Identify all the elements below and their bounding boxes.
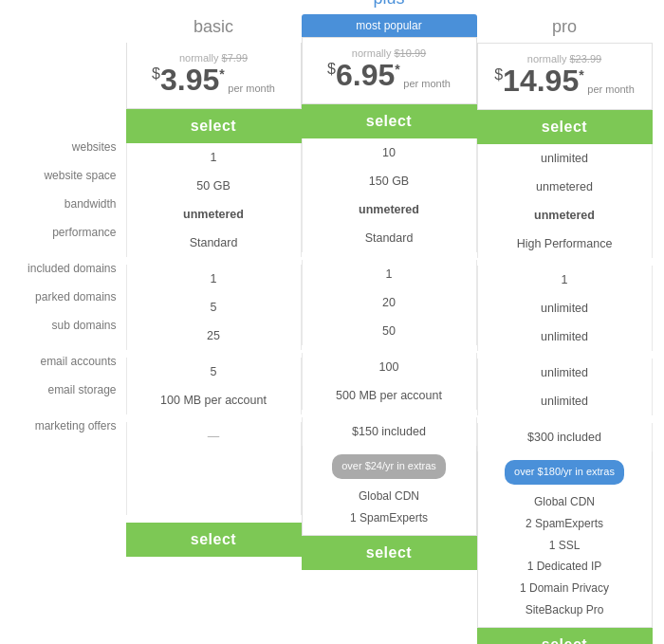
plus-select-bottom-button[interactable]: select bbox=[302, 536, 477, 570]
plus-extras-section: over $24/yr in extras Global CDN 1 SpamE… bbox=[302, 446, 477, 535]
plus-extra-item-2: 1 SpamExperts bbox=[310, 507, 469, 529]
label-website-space: website space bbox=[12, 161, 126, 190]
basic-select-top-button[interactable]: select bbox=[126, 109, 302, 143]
plan-pro: pro normally $23.99 $14.95* per month se… bbox=[477, 9, 653, 644]
label-sub-domains: sub domains bbox=[12, 311, 126, 340]
plus-websites: 10 bbox=[302, 138, 477, 167]
pro-marketing-offers: $300 included bbox=[477, 423, 653, 451]
plus-extra-item-1: Global CDN bbox=[310, 486, 469, 507]
pro-extras-badge: over $180/yr in extras bbox=[505, 460, 624, 485]
label-email-accounts: email accounts bbox=[12, 347, 126, 376]
plans-wrapper: websites website space bandwidth perform… bbox=[0, 9, 664, 644]
label-included-domains: included domains bbox=[12, 254, 126, 283]
basic-websites: 1 bbox=[126, 143, 302, 172]
basic-website-space: 50 GB bbox=[126, 172, 302, 200]
plus-parked-domains: 20 bbox=[302, 288, 477, 317]
plus-included-domains: 1 bbox=[302, 260, 477, 288]
pro-performance: High Performance bbox=[477, 230, 653, 258]
plus-price-box: normally $10.99 $6.95* per month bbox=[302, 37, 477, 104]
plus-select-top-button[interactable]: select bbox=[302, 104, 477, 138]
basic-included-domains: 1 bbox=[126, 265, 302, 293]
label-email-storage: email storage bbox=[12, 376, 126, 404]
plus-plan-name: plus bbox=[302, 0, 477, 14]
basic-performance: Standard bbox=[126, 229, 302, 257]
plus-bandwidth: unmetered bbox=[302, 195, 477, 224]
pro-extra-item-3: 1 SSL bbox=[486, 535, 644, 557]
plus-email-accounts: 100 bbox=[302, 353, 477, 381]
basic-price: $3.95* bbox=[152, 63, 225, 97]
labels-column: websites website space bandwidth perform… bbox=[12, 9, 126, 440]
basic-price-box: normally $7.99 $3.95* per month bbox=[126, 43, 302, 109]
basic-bandwidth: unmetered bbox=[126, 200, 302, 229]
label-performance: performance bbox=[12, 218, 126, 247]
label-marketing-offers: marketing offers bbox=[12, 412, 126, 440]
pro-included-domains: 1 bbox=[477, 266, 653, 294]
pro-price: $14.95* bbox=[494, 64, 583, 98]
pro-per-month: per month bbox=[587, 82, 635, 99]
pro-website-space: unmetered bbox=[477, 173, 653, 201]
label-parked-domains: parked domains bbox=[12, 283, 126, 311]
plus-website-space: 150 GB bbox=[302, 167, 477, 195]
plus-extras-badge: over $24/yr in extras bbox=[332, 454, 446, 479]
pro-bandwidth: unmetered bbox=[477, 201, 653, 230]
pro-price-box: normally $23.99 $14.95* per month bbox=[477, 43, 653, 110]
plus-email-storage: 500 MB per account bbox=[302, 381, 477, 410]
basic-price-line: $3.95* per month bbox=[132, 64, 296, 97]
pro-websites: unlimited bbox=[477, 144, 653, 173]
basic-select-bottom-button[interactable]: select bbox=[126, 523, 302, 557]
pro-parked-domains: unlimited bbox=[477, 294, 653, 322]
plus-sub-domains: 50 bbox=[302, 317, 477, 345]
pro-extra-item-2: 2 SpamExperts bbox=[486, 513, 644, 535]
pro-extras-section: over $180/yr in extras Global CDN 2 Spam… bbox=[477, 451, 653, 628]
plus-per-month: per month bbox=[403, 76, 451, 93]
label-bandwidth: bandwidth bbox=[12, 190, 126, 218]
pro-extra-item-5: 1 Domain Privacy bbox=[486, 578, 644, 599]
plan-plus: plus most popular normally $10.99 $6.95*… bbox=[302, 0, 477, 570]
basic-parked-domains: 5 bbox=[126, 293, 302, 322]
basic-per-month: per month bbox=[228, 81, 275, 98]
plus-marketing-offers: $150 included bbox=[302, 417, 477, 446]
pricing-container: websites website space bandwidth perform… bbox=[0, 9, 664, 644]
pro-email-accounts: unlimited bbox=[477, 359, 653, 387]
pro-extra-item-1: Global CDN bbox=[486, 491, 644, 513]
plus-performance: Standard bbox=[302, 224, 477, 252]
pro-price-line: $14.95* per month bbox=[483, 64, 647, 98]
plan-basic: basic normally $7.99 $3.95* per month se… bbox=[126, 9, 302, 557]
pro-select-bottom-button[interactable]: select bbox=[477, 628, 653, 644]
basic-email-accounts: 5 bbox=[126, 358, 302, 386]
pro-plan-name: pro bbox=[477, 9, 653, 43]
basic-sub-domains: 25 bbox=[126, 322, 302, 350]
label-websites: websites bbox=[12, 133, 126, 161]
plus-price-line: $6.95* per month bbox=[307, 59, 471, 92]
basic-email-storage: 100 MB per account bbox=[126, 386, 302, 414]
pro-extra-item-4: 1 Dedicated IP bbox=[486, 556, 644, 578]
basic-select-bottom-wrapper: select bbox=[126, 523, 302, 557]
basic-marketing-offers: — bbox=[126, 422, 302, 451]
plus-price: $6.95* bbox=[327, 58, 400, 92]
basic-plan-name: basic bbox=[126, 9, 302, 43]
pro-sub-domains: unlimited bbox=[477, 322, 653, 351]
plus-most-popular-badge: most popular bbox=[302, 14, 477, 37]
pro-email-storage: unlimited bbox=[477, 387, 653, 415]
pro-extra-item-6: SiteBackup Pro bbox=[486, 599, 644, 621]
pro-select-top-button[interactable]: select bbox=[477, 110, 653, 144]
